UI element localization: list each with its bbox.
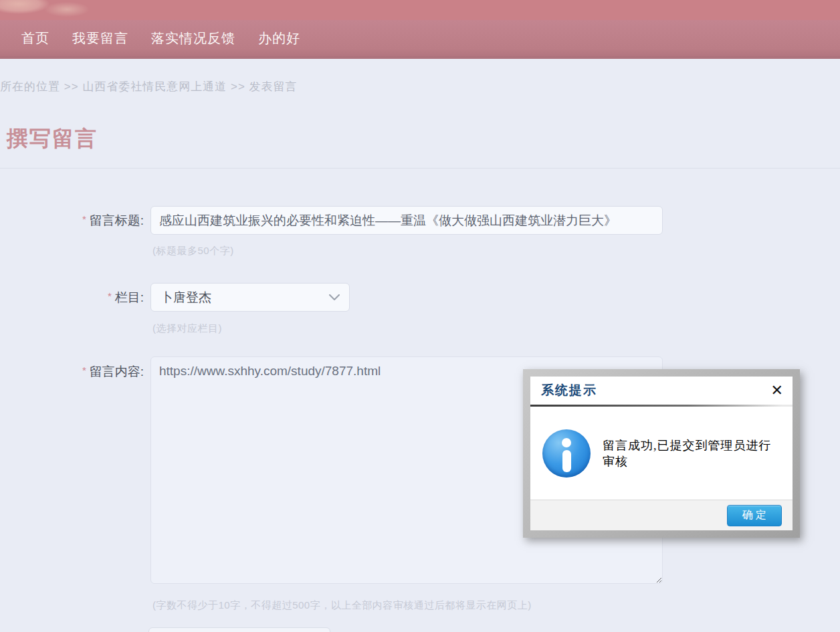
chevron-down-icon xyxy=(329,294,340,301)
column-hint: (选择对应栏目) xyxy=(152,322,222,335)
section-divider xyxy=(0,168,840,169)
next-field-partial-input[interactable] xyxy=(148,627,330,632)
info-icon xyxy=(542,429,591,478)
dialog-title: 系统提示 xyxy=(541,382,597,399)
header-banner xyxy=(0,0,840,20)
required-asterisk: * xyxy=(108,290,112,302)
message-content-label: *留言内容: xyxy=(0,356,144,587)
required-asterisk: * xyxy=(82,364,86,376)
page-title: 撰写留言 xyxy=(7,124,98,154)
required-asterisk: * xyxy=(82,213,86,225)
column-label: *栏目: xyxy=(0,289,144,306)
dialog-titlebar: 系统提示 ✕ xyxy=(530,377,793,405)
close-icon[interactable]: ✕ xyxy=(771,383,783,398)
main-nav: 首页 我要留言 落实情况反馈 办的好 xyxy=(0,20,840,59)
dialog-inner: 系统提示 ✕ 留言成功,已提交到管理员进行审核 确 定 xyxy=(530,377,793,530)
page: 首页 我要留言 落实情况反馈 办的好 所在的位置 >> 山西省委社情民意网上通道… xyxy=(0,0,840,632)
system-prompt-dialog: 系统提示 ✕ 留言成功,已提交到管理员进行审核 确 定 xyxy=(523,369,800,538)
column-row: *栏目: 卜唐登杰 xyxy=(0,283,350,312)
dialog-message: 留言成功,已提交到管理员进行审核 xyxy=(603,437,783,469)
message-title-input[interactable] xyxy=(150,206,663,235)
dialog-footer: 确 定 xyxy=(530,500,793,530)
message-content-hint: (字数不得少于10字，不得超过500字，以上全部内容审核通过后都将显示在网页上) xyxy=(152,599,532,612)
nav-item-well-done[interactable]: 办的好 xyxy=(258,29,300,47)
column-select[interactable]: 卜唐登杰 xyxy=(150,283,350,312)
breadcrumb: 所在的位置 >> 山西省委社情民意网上通道 >> 发表留言 xyxy=(0,79,298,94)
nav-item-implementation-feedback[interactable]: 落实情况反馈 xyxy=(151,29,235,47)
dialog-body: 留言成功,已提交到管理员进行审核 xyxy=(530,407,793,500)
message-title-label: *留言标题: xyxy=(0,212,144,229)
nav-item-leave-message[interactable]: 我要留言 xyxy=(72,29,128,47)
nav-item-home[interactable]: 首页 xyxy=(21,29,49,47)
message-title-row: *留言标题: xyxy=(0,206,663,235)
message-title-hint: (标题最多50个字) xyxy=(152,245,234,257)
column-select-value: 卜唐登杰 xyxy=(161,289,211,306)
ok-button[interactable]: 确 定 xyxy=(727,505,782,526)
